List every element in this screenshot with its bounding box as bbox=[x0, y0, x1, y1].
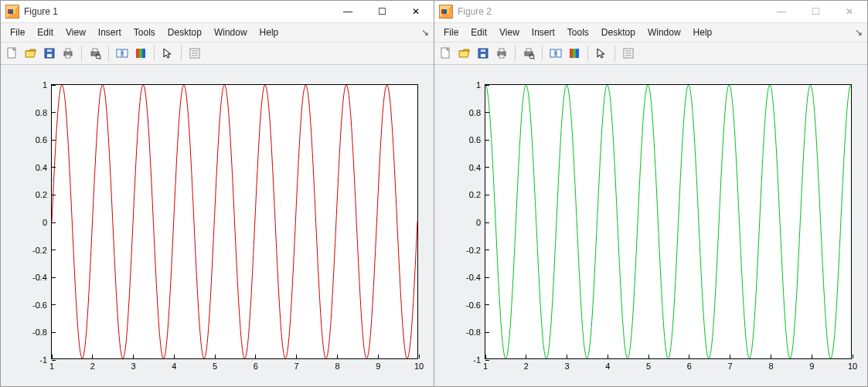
xtick-label: 10 bbox=[841, 358, 864, 371]
menu-window[interactable]: Window bbox=[208, 24, 254, 41]
close-button[interactable]: ✕ bbox=[406, 4, 426, 19]
print-preview-button[interactable] bbox=[87, 45, 104, 62]
menu-desktop[interactable]: Desktop bbox=[595, 24, 642, 41]
figure-window: Figure 2—☐✕FileEditViewInsertToolsDeskto… bbox=[434, 0, 868, 387]
toolbar-separator bbox=[154, 46, 155, 61]
xtick-label: 10 bbox=[407, 358, 431, 371]
svg-rect-35 bbox=[570, 49, 573, 58]
close-button[interactable]: ✕ bbox=[839, 4, 859, 19]
pointer-icon bbox=[162, 47, 174, 59]
menu-file[interactable]: File bbox=[437, 24, 465, 41]
xtick-label: 5 bbox=[203, 358, 226, 371]
menubar: FileEditViewInsertToolsDesktopWindowHelp… bbox=[434, 23, 867, 42]
link-plot-icon bbox=[550, 47, 562, 59]
print-button[interactable] bbox=[60, 45, 77, 62]
svg-rect-12 bbox=[123, 49, 128, 57]
print-icon bbox=[62, 47, 74, 59]
ytick-label: 0.2 bbox=[16, 190, 52, 199]
open-icon bbox=[458, 47, 471, 59]
toolbar-separator bbox=[614, 46, 615, 61]
save-button[interactable] bbox=[475, 45, 492, 62]
new-figure-button[interactable] bbox=[4, 45, 21, 62]
window-controls: —☐✕ bbox=[338, 4, 429, 19]
ytick-label: -0.2 bbox=[450, 246, 485, 255]
axes[interactable]: -1-0.8-0.6-0.4-0.200.20.40.60.8112345678… bbox=[485, 84, 852, 359]
pointer-button[interactable] bbox=[159, 45, 176, 62]
pointer-button[interactable] bbox=[593, 45, 610, 62]
window-title: Figure 2 bbox=[458, 6, 771, 17]
menu-help[interactable]: Help bbox=[687, 24, 719, 41]
ytick-mark bbox=[485, 140, 489, 141]
ytick-mark bbox=[485, 304, 489, 305]
colorbar-button[interactable] bbox=[132, 45, 149, 62]
ytick-mark bbox=[485, 277, 489, 278]
dock-icon[interactable]: ↘ bbox=[855, 27, 863, 38]
new-figure-button[interactable] bbox=[437, 45, 454, 62]
open-button[interactable] bbox=[456, 45, 473, 62]
ytick-label: 0.6 bbox=[16, 135, 52, 144]
menu-edit[interactable]: Edit bbox=[31, 24, 60, 41]
ytick-label: -0.6 bbox=[16, 300, 52, 310]
xtick-label: 3 bbox=[122, 358, 145, 371]
ytick-label: 0.4 bbox=[450, 163, 485, 172]
xtick-label: 2 bbox=[81, 358, 104, 371]
properties-button[interactable] bbox=[620, 45, 637, 62]
axes[interactable]: -1-0.8-0.6-0.4-0.200.20.40.60.8112345678… bbox=[51, 84, 418, 359]
ytick-label: 1 bbox=[450, 80, 485, 90]
svg-rect-7 bbox=[91, 52, 99, 56]
menu-desktop[interactable]: Desktop bbox=[162, 24, 208, 41]
toolbar-separator bbox=[81, 46, 82, 61]
svg-rect-3 bbox=[47, 49, 52, 52]
ytick-label: -0.8 bbox=[16, 328, 52, 337]
save-button[interactable] bbox=[41, 45, 58, 62]
dock-icon[interactable]: ↘ bbox=[421, 27, 429, 38]
link-plot-button[interactable] bbox=[114, 45, 131, 62]
link-plot-button[interactable] bbox=[547, 45, 564, 62]
plot-area[interactable]: -1-0.8-0.6-0.4-0.200.20.40.60.8112345678… bbox=[434, 65, 867, 386]
ytick-label: 0.4 bbox=[16, 163, 52, 172]
ytick-mark bbox=[52, 332, 56, 333]
menu-file[interactable]: File bbox=[4, 24, 31, 41]
menu-tools[interactable]: Tools bbox=[561, 24, 595, 41]
minimize-button[interactable]: — bbox=[338, 4, 358, 19]
menu-help[interactable]: Help bbox=[254, 24, 285, 41]
figure-window: Figure 1—☐✕FileEditViewInsertToolsDeskto… bbox=[0, 0, 434, 387]
print-button[interactable] bbox=[493, 45, 510, 62]
ytick-label: -0.8 bbox=[450, 328, 485, 337]
menu-insert[interactable]: Insert bbox=[92, 24, 128, 41]
toolbar-separator bbox=[542, 46, 543, 61]
menu-edit[interactable]: Edit bbox=[465, 24, 493, 41]
ytick-mark bbox=[52, 140, 56, 141]
print-preview-button[interactable] bbox=[520, 45, 537, 62]
titlebar[interactable]: Figure 2—☐✕ bbox=[434, 1, 867, 23]
colorbar-button[interactable] bbox=[566, 45, 583, 62]
open-button[interactable] bbox=[22, 45, 39, 62]
print-preview-icon bbox=[89, 47, 101, 59]
xtick-label: 4 bbox=[162, 358, 186, 371]
ytick-mark bbox=[485, 112, 489, 113]
open-icon bbox=[25, 47, 37, 59]
ytick-mark bbox=[52, 222, 56, 223]
minimize-button[interactable]: — bbox=[771, 4, 791, 19]
plot-area[interactable]: -1-0.8-0.6-0.4-0.200.20.40.60.8112345678… bbox=[1, 65, 434, 386]
maximize-button[interactable]: ☐ bbox=[805, 4, 825, 19]
svg-rect-33 bbox=[557, 49, 561, 57]
save-icon bbox=[477, 47, 489, 59]
menu-tools[interactable]: Tools bbox=[128, 24, 162, 41]
menu-window[interactable]: Window bbox=[642, 24, 687, 41]
menu-view[interactable]: View bbox=[60, 24, 92, 41]
menu-view[interactable]: View bbox=[493, 24, 526, 41]
app-icon bbox=[439, 5, 453, 19]
ytick-mark bbox=[485, 85, 489, 86]
toolbar-separator bbox=[108, 46, 109, 61]
svg-rect-29 bbox=[526, 49, 531, 52]
properties-button[interactable] bbox=[186, 45, 203, 62]
xtick-label: 7 bbox=[285, 358, 308, 371]
titlebar[interactable]: Figure 1—☐✕ bbox=[1, 1, 434, 23]
maximize-button[interactable]: ☐ bbox=[372, 4, 392, 19]
ytick-label: -0.2 bbox=[16, 246, 52, 255]
menu-insert[interactable]: Insert bbox=[526, 24, 561, 41]
svg-rect-37 bbox=[576, 49, 579, 58]
svg-rect-32 bbox=[550, 49, 555, 57]
ytick-label: -0.4 bbox=[16, 273, 52, 282]
